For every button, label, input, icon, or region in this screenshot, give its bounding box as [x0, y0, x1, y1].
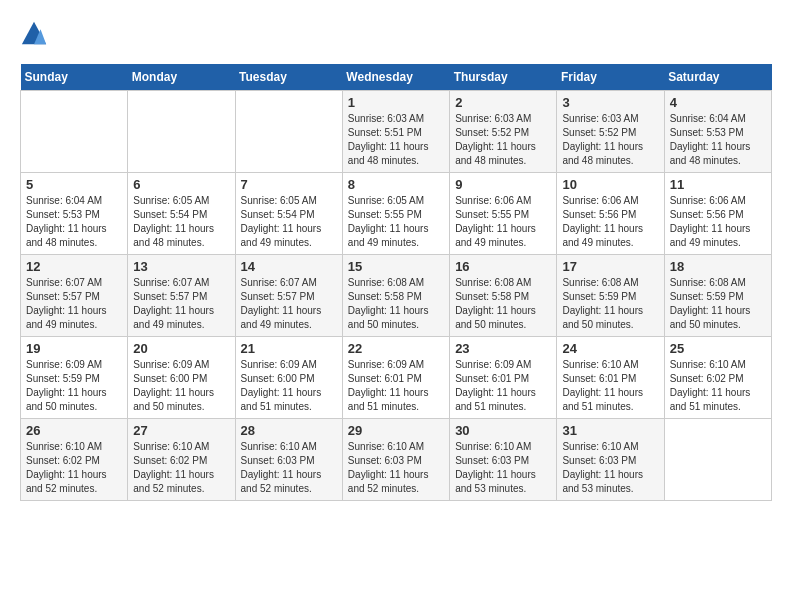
day-number: 10 [562, 177, 658, 192]
day-number: 21 [241, 341, 337, 356]
calendar-cell: 3Sunrise: 6:03 AM Sunset: 5:52 PM Daylig… [557, 91, 664, 173]
day-info: Sunrise: 6:03 AM Sunset: 5:51 PM Dayligh… [348, 112, 444, 168]
day-info: Sunrise: 6:04 AM Sunset: 5:53 PM Dayligh… [670, 112, 766, 168]
day-number: 25 [670, 341, 766, 356]
calendar-cell: 23Sunrise: 6:09 AM Sunset: 6:01 PM Dayli… [450, 337, 557, 419]
day-number: 18 [670, 259, 766, 274]
day-info: Sunrise: 6:10 AM Sunset: 6:03 PM Dayligh… [241, 440, 337, 496]
calendar-cell: 5Sunrise: 6:04 AM Sunset: 5:53 PM Daylig… [21, 173, 128, 255]
day-number: 24 [562, 341, 658, 356]
calendar-cell: 27Sunrise: 6:10 AM Sunset: 6:02 PM Dayli… [128, 419, 235, 501]
calendar-cell: 8Sunrise: 6:05 AM Sunset: 5:55 PM Daylig… [342, 173, 449, 255]
calendar-cell [235, 91, 342, 173]
weekday-header-thursday: Thursday [450, 64, 557, 91]
calendar-cell: 22Sunrise: 6:09 AM Sunset: 6:01 PM Dayli… [342, 337, 449, 419]
calendar-week-4: 19Sunrise: 6:09 AM Sunset: 5:59 PM Dayli… [21, 337, 772, 419]
weekday-header-sunday: Sunday [21, 64, 128, 91]
day-info: Sunrise: 6:10 AM Sunset: 6:02 PM Dayligh… [26, 440, 122, 496]
day-info: Sunrise: 6:08 AM Sunset: 5:58 PM Dayligh… [348, 276, 444, 332]
logo-icon [20, 20, 48, 48]
calendar-cell: 21Sunrise: 6:09 AM Sunset: 6:00 PM Dayli… [235, 337, 342, 419]
weekday-header-tuesday: Tuesday [235, 64, 342, 91]
day-number: 3 [562, 95, 658, 110]
calendar-cell [664, 419, 771, 501]
day-info: Sunrise: 6:04 AM Sunset: 5:53 PM Dayligh… [26, 194, 122, 250]
day-info: Sunrise: 6:08 AM Sunset: 5:58 PM Dayligh… [455, 276, 551, 332]
day-info: Sunrise: 6:10 AM Sunset: 6:03 PM Dayligh… [348, 440, 444, 496]
day-info: Sunrise: 6:05 AM Sunset: 5:54 PM Dayligh… [133, 194, 229, 250]
day-info: Sunrise: 6:05 AM Sunset: 5:54 PM Dayligh… [241, 194, 337, 250]
day-number: 4 [670, 95, 766, 110]
day-number: 30 [455, 423, 551, 438]
day-info: Sunrise: 6:08 AM Sunset: 5:59 PM Dayligh… [670, 276, 766, 332]
day-number: 1 [348, 95, 444, 110]
weekday-header-wednesday: Wednesday [342, 64, 449, 91]
calendar-cell: 20Sunrise: 6:09 AM Sunset: 6:00 PM Dayli… [128, 337, 235, 419]
day-number: 28 [241, 423, 337, 438]
calendar-cell [128, 91, 235, 173]
calendar-cell: 9Sunrise: 6:06 AM Sunset: 5:55 PM Daylig… [450, 173, 557, 255]
calendar-cell: 2Sunrise: 6:03 AM Sunset: 5:52 PM Daylig… [450, 91, 557, 173]
logo [20, 20, 52, 48]
day-info: Sunrise: 6:05 AM Sunset: 5:55 PM Dayligh… [348, 194, 444, 250]
calendar-cell [21, 91, 128, 173]
weekday-header-row: SundayMondayTuesdayWednesdayThursdayFrid… [21, 64, 772, 91]
calendar-cell: 15Sunrise: 6:08 AM Sunset: 5:58 PM Dayli… [342, 255, 449, 337]
calendar-cell: 14Sunrise: 6:07 AM Sunset: 5:57 PM Dayli… [235, 255, 342, 337]
day-number: 5 [26, 177, 122, 192]
day-number: 2 [455, 95, 551, 110]
weekday-header-saturday: Saturday [664, 64, 771, 91]
calendar-cell: 17Sunrise: 6:08 AM Sunset: 5:59 PM Dayli… [557, 255, 664, 337]
day-info: Sunrise: 6:09 AM Sunset: 6:00 PM Dayligh… [133, 358, 229, 414]
calendar-cell: 30Sunrise: 6:10 AM Sunset: 6:03 PM Dayli… [450, 419, 557, 501]
day-info: Sunrise: 6:10 AM Sunset: 6:02 PM Dayligh… [133, 440, 229, 496]
day-number: 17 [562, 259, 658, 274]
calendar-cell: 24Sunrise: 6:10 AM Sunset: 6:01 PM Dayli… [557, 337, 664, 419]
day-info: Sunrise: 6:07 AM Sunset: 5:57 PM Dayligh… [26, 276, 122, 332]
day-info: Sunrise: 6:03 AM Sunset: 5:52 PM Dayligh… [562, 112, 658, 168]
calendar-week-3: 12Sunrise: 6:07 AM Sunset: 5:57 PM Dayli… [21, 255, 772, 337]
calendar-cell: 25Sunrise: 6:10 AM Sunset: 6:02 PM Dayli… [664, 337, 771, 419]
day-info: Sunrise: 6:06 AM Sunset: 5:56 PM Dayligh… [670, 194, 766, 250]
day-info: Sunrise: 6:10 AM Sunset: 6:03 PM Dayligh… [562, 440, 658, 496]
calendar-cell: 26Sunrise: 6:10 AM Sunset: 6:02 PM Dayli… [21, 419, 128, 501]
day-info: Sunrise: 6:09 AM Sunset: 6:00 PM Dayligh… [241, 358, 337, 414]
calendar-cell: 11Sunrise: 6:06 AM Sunset: 5:56 PM Dayli… [664, 173, 771, 255]
day-info: Sunrise: 6:09 AM Sunset: 6:01 PM Dayligh… [455, 358, 551, 414]
calendar-cell: 4Sunrise: 6:04 AM Sunset: 5:53 PM Daylig… [664, 91, 771, 173]
day-info: Sunrise: 6:07 AM Sunset: 5:57 PM Dayligh… [241, 276, 337, 332]
calendar-cell: 12Sunrise: 6:07 AM Sunset: 5:57 PM Dayli… [21, 255, 128, 337]
day-number: 9 [455, 177, 551, 192]
calendar-cell: 7Sunrise: 6:05 AM Sunset: 5:54 PM Daylig… [235, 173, 342, 255]
calendar-cell: 29Sunrise: 6:10 AM Sunset: 6:03 PM Dayli… [342, 419, 449, 501]
day-number: 6 [133, 177, 229, 192]
weekday-header-friday: Friday [557, 64, 664, 91]
day-info: Sunrise: 6:10 AM Sunset: 6:02 PM Dayligh… [670, 358, 766, 414]
day-info: Sunrise: 6:08 AM Sunset: 5:59 PM Dayligh… [562, 276, 658, 332]
day-number: 22 [348, 341, 444, 356]
day-number: 19 [26, 341, 122, 356]
day-number: 11 [670, 177, 766, 192]
calendar-week-2: 5Sunrise: 6:04 AM Sunset: 5:53 PM Daylig… [21, 173, 772, 255]
day-info: Sunrise: 6:03 AM Sunset: 5:52 PM Dayligh… [455, 112, 551, 168]
calendar-cell: 6Sunrise: 6:05 AM Sunset: 5:54 PM Daylig… [128, 173, 235, 255]
day-info: Sunrise: 6:06 AM Sunset: 5:55 PM Dayligh… [455, 194, 551, 250]
day-number: 7 [241, 177, 337, 192]
calendar-cell: 19Sunrise: 6:09 AM Sunset: 5:59 PM Dayli… [21, 337, 128, 419]
calendar-table: SundayMondayTuesdayWednesdayThursdayFrid… [20, 64, 772, 501]
day-number: 26 [26, 423, 122, 438]
calendar-cell: 10Sunrise: 6:06 AM Sunset: 5:56 PM Dayli… [557, 173, 664, 255]
day-number: 13 [133, 259, 229, 274]
day-number: 8 [348, 177, 444, 192]
day-number: 20 [133, 341, 229, 356]
calendar-cell: 31Sunrise: 6:10 AM Sunset: 6:03 PM Dayli… [557, 419, 664, 501]
calendar-cell: 18Sunrise: 6:08 AM Sunset: 5:59 PM Dayli… [664, 255, 771, 337]
day-info: Sunrise: 6:09 AM Sunset: 6:01 PM Dayligh… [348, 358, 444, 414]
day-info: Sunrise: 6:10 AM Sunset: 6:01 PM Dayligh… [562, 358, 658, 414]
day-number: 23 [455, 341, 551, 356]
calendar-cell: 28Sunrise: 6:10 AM Sunset: 6:03 PM Dayli… [235, 419, 342, 501]
day-info: Sunrise: 6:07 AM Sunset: 5:57 PM Dayligh… [133, 276, 229, 332]
page-header [20, 20, 772, 48]
day-number: 29 [348, 423, 444, 438]
day-info: Sunrise: 6:09 AM Sunset: 5:59 PM Dayligh… [26, 358, 122, 414]
